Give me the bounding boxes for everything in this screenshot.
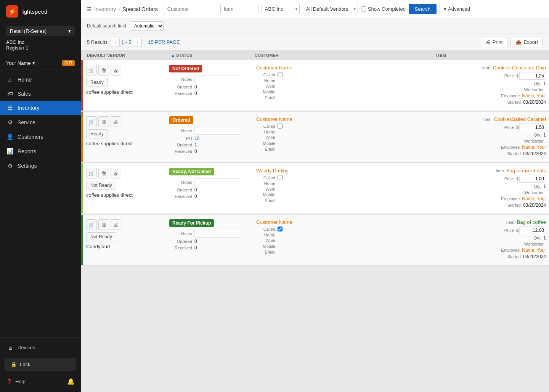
received-field: Received 0	[169, 91, 253, 96]
advanced-button[interactable]: ▾ Advanced	[440, 4, 474, 14]
delete-button[interactable]: 🗑	[98, 168, 109, 178]
not-ready-button[interactable]: Not Ready	[86, 181, 116, 190]
cart-button[interactable]: 🛒	[86, 65, 97, 76]
ordered-value: 0	[194, 84, 197, 90]
notes-field: Notes	[169, 76, 253, 83]
employee-value: Name, Your	[522, 145, 546, 150]
customer-input[interactable]	[164, 4, 217, 14]
print-button[interactable]: 🖨 Print	[481, 37, 508, 47]
lock-button[interactable]: 🔒 Lock	[5, 358, 76, 371]
col-item: Item Bag of coffee Price $ Qty.1 Workord…	[439, 219, 546, 260]
show-completed-label: Show Completed	[361, 6, 406, 12]
vendor-select[interactable]: ABC Inc All Vendors	[262, 4, 300, 14]
delete-button[interactable]: 🗑	[98, 65, 109, 76]
vendor-name: coffee supplies direct	[86, 141, 166, 146]
breadcrumb-separator: ›	[119, 6, 120, 12]
ready-button[interactable]: Ready	[86, 78, 108, 87]
status-badge: Ordered	[169, 116, 193, 124]
notes-field: Notes	[169, 178, 253, 186]
sidebar-item-reports[interactable]: 📊 Reports	[0, 144, 81, 159]
notes-input[interactable]	[194, 230, 240, 238]
print-row-button[interactable]: 🖨	[111, 116, 121, 127]
status-badge: Ready For Pickup	[169, 219, 214, 227]
store-selector[interactable]: Retail (R-Series) ▾	[6, 26, 75, 36]
chevron-down-icon: ▾	[68, 28, 71, 34]
store-info: ABC Inc Register 1	[6, 36, 75, 52]
notes-input[interactable]	[194, 127, 240, 135]
sidebar: ⚡ lightspeed Retail (R-Series) ▾ ABC Inc…	[0, 0, 81, 392]
next-page-button[interactable]: ›	[133, 38, 142, 47]
sidebar-item-customers[interactable]: 👤 Customers	[0, 130, 81, 144]
pagination: ‹ 1 - 5 ›	[111, 38, 142, 47]
store-section: Retail (R-Series) ▾ ABC Inc Register 1	[0, 23, 81, 57]
page-range: 1 - 5	[121, 39, 131, 45]
delete-button[interactable]: 🗑	[98, 116, 109, 127]
vendor-name: coffee supplies direct	[86, 192, 166, 198]
sidebar-item-settings[interactable]: ⚙ Settings	[0, 159, 81, 173]
item-input[interactable]	[220, 4, 258, 14]
export-button[interactable]: 📤 Export	[510, 37, 543, 47]
topbar: ☰ Inventory › Special Orders ABC Inc All…	[81, 0, 549, 18]
breadcrumb-parent[interactable]: Inventory	[94, 6, 116, 12]
col-header-status[interactable]: ▲ STATUS	[171, 53, 255, 58]
col-actions: 🛒 🗑 🖨 Ready coffee supplies direct	[86, 116, 166, 157]
search-button[interactable]: Search	[409, 4, 437, 14]
sidebar-item-service[interactable]: ⚙ Service	[0, 115, 81, 130]
col-header-vendor: DEFAULT VENDOR	[87, 53, 171, 58]
sidebar-item-home[interactable]: ⌂ Home	[0, 72, 81, 87]
show-completed-checkbox[interactable]	[361, 6, 366, 11]
called-checkbox[interactable]	[278, 175, 283, 180]
filter-select[interactable]: All Default Vendors	[303, 4, 358, 14]
logo-icon: ⚡	[6, 5, 18, 18]
breadcrumb-current: Special Orders	[122, 6, 158, 12]
delete-button[interactable]: 🗑	[98, 219, 109, 230]
cart-button[interactable]: 🛒	[86, 116, 97, 127]
notes-input[interactable]	[194, 76, 240, 83]
po-value[interactable]: 10	[194, 136, 199, 141]
out-badge: OUT	[62, 60, 75, 66]
qty-field: Qty. 1	[439, 81, 546, 86]
sidebar-item-devices[interactable]: 🖥 Devices	[0, 341, 81, 355]
po-label: PO	[169, 136, 192, 141]
prev-page-button[interactable]: ‹	[111, 38, 120, 47]
logo[interactable]: ⚡ lightspeed	[0, 0, 81, 23]
search-field-select[interactable]: Automatic Name Email	[130, 21, 164, 31]
print-row-button[interactable]: 🖨	[111, 219, 121, 230]
employee-value: Name, Your	[522, 93, 546, 98]
row-content: 🛒 🗑 🖨 Not Ready Candyland Ready For Pick…	[83, 215, 549, 265]
status-badge: Ready, Not Called	[169, 168, 214, 175]
called-checkbox[interactable]	[278, 227, 283, 231]
reports-icon: 📊	[6, 148, 14, 155]
sidebar-item-sales[interactable]: 🏷 Sales	[0, 87, 81, 101]
price-input[interactable]	[519, 72, 546, 80]
user-name-btn[interactable]: Your Name ▾	[6, 60, 35, 66]
search-options: Default search field Automatic Name Emai…	[81, 18, 549, 34]
called-checkbox[interactable]	[278, 72, 283, 77]
sidebar-item-inventory[interactable]: ☰ Inventory	[0, 101, 81, 115]
cart-button[interactable]: 🛒	[86, 219, 97, 230]
price-input[interactable]	[519, 124, 546, 131]
col-customer: Customer Name Called Home Work Mobile Em…	[256, 116, 436, 157]
default-field-label: Default search field	[87, 23, 126, 29]
ready-button[interactable]: Ready	[86, 129, 108, 138]
print-row-button[interactable]: 🖨	[111, 65, 121, 76]
print-row-button[interactable]: 🖨	[111, 168, 121, 178]
filter-select-wrap: All Default Vendors ▾	[303, 4, 358, 14]
called-checkbox[interactable]	[278, 124, 283, 129]
col-status: Ordered Notes PO 10 Ordered 1 Received	[169, 116, 253, 157]
price-input[interactable]	[519, 227, 546, 234]
sidebar-item-label: Home	[18, 77, 32, 83]
called-label: Called	[256, 72, 275, 77]
table-row: 🛒 🗑 🖨 Not Ready coffee supplies direct R…	[81, 163, 549, 215]
help-row[interactable]: ❓ Help 🔔	[0, 374, 81, 389]
col-customer: Wendy Darling Called Home Work Mobile Em…	[256, 168, 436, 209]
customer-name: Customer Name	[256, 65, 436, 71]
notes-input[interactable]	[194, 178, 240, 186]
called-field: Called	[256, 72, 436, 77]
per-page-selector[interactable]: 15 PER PAGE	[148, 39, 180, 45]
results-left: 5 Results ‹ 1 - 5 › 15 PER PAGE	[87, 38, 180, 47]
price-input[interactable]	[519, 175, 546, 183]
cart-button[interactable]: 🛒	[86, 168, 97, 178]
not-ready-button[interactable]: Not Ready	[86, 232, 116, 241]
po-field: PO 10	[169, 136, 253, 141]
